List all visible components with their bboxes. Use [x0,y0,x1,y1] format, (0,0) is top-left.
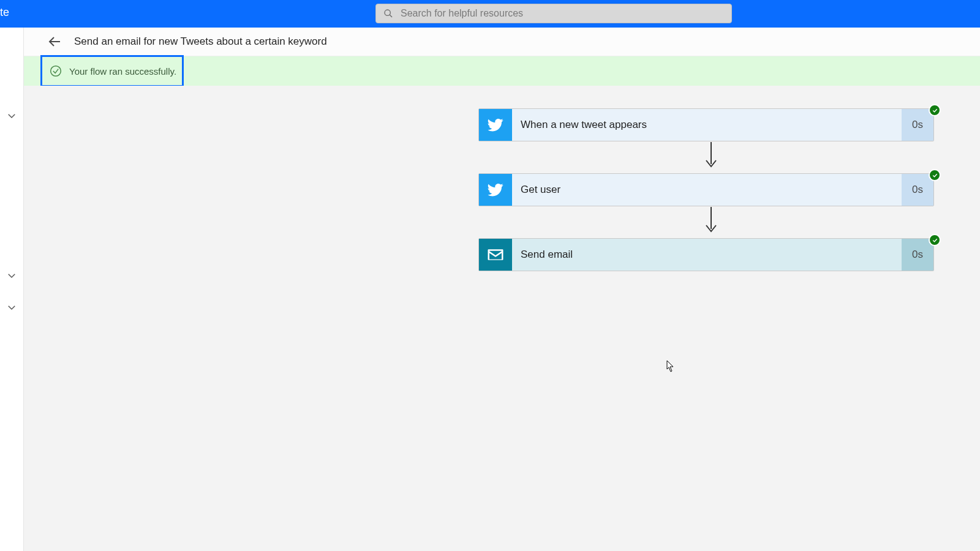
step-success-badge [929,104,941,116]
flow-step-get-user[interactable]: Get user 0s [478,173,934,206]
connector-arrow-icon [705,142,717,170]
connector-arrow-icon [705,207,717,235]
back-arrow-icon[interactable] [47,34,62,49]
flow-step-label: Get user [512,174,902,206]
chevron-down-icon[interactable] [6,302,17,313]
flow-step-duration: 0s [902,109,933,141]
global-search[interactable] [375,4,732,23]
search-icon [383,9,393,18]
svg-point-3 [51,66,61,77]
flow-step-duration: 0s [902,239,933,271]
app-brand-fragment: te [0,6,9,19]
app-bar: te [0,0,980,28]
chevron-down-icon[interactable] [6,110,17,121]
left-rail [0,28,24,551]
breadcrumb: Send an email for new Tweets about a cer… [24,28,980,56]
success-banner: Your flow ran successfully. [24,56,980,86]
twitter-icon [479,174,512,206]
flow-step-duration: 0s [902,174,933,206]
flow-step-send-email[interactable]: Send email 0s [478,238,934,271]
flow-step-label: When a new tweet appears [512,109,902,141]
svg-line-1 [390,15,392,17]
flow-canvas[interactable]: When a new tweet appears 0s Get user 0s … [24,86,980,551]
success-banner-text: Your flow ran successfully. [69,66,176,77]
twitter-icon [479,109,512,141]
check-circle-icon [50,65,62,77]
step-success-badge [929,169,941,181]
flow-step-label: Send email [512,239,902,271]
email-icon [479,239,512,271]
step-success-badge [929,234,941,246]
search-input[interactable] [399,7,724,20]
chevron-down-icon[interactable] [6,270,17,281]
flow-step-trigger[interactable]: When a new tweet appears 0s [478,108,934,141]
page-title: Send an email for new Tweets about a cer… [74,36,327,48]
svg-point-0 [385,10,390,15]
